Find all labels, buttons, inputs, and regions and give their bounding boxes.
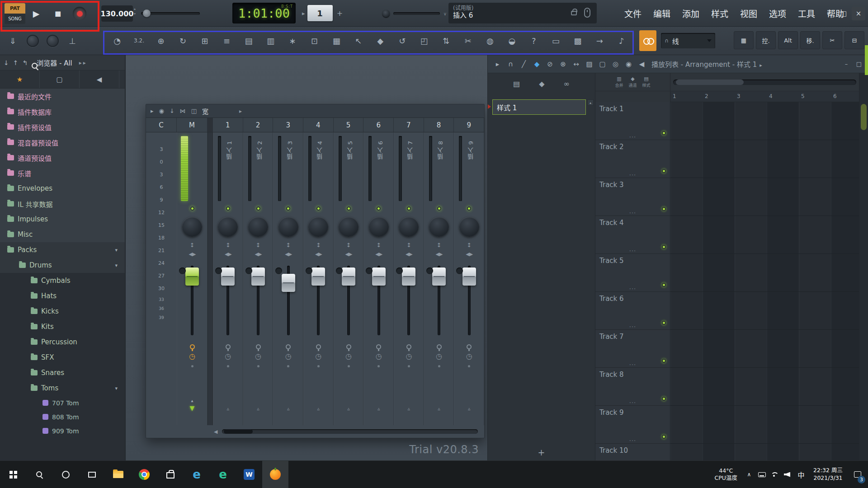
stereo-separation-icon[interactable]: ↕ xyxy=(256,241,261,249)
fl-studio-button[interactable] xyxy=(262,461,288,488)
track-lane[interactable] xyxy=(670,254,859,292)
menu-编辑[interactable]: 编辑 xyxy=(647,7,676,19)
fader-cap[interactable] xyxy=(282,274,295,292)
browser-item-IL 共享数据[interactable]: IL 共享数据 xyxy=(0,196,125,211)
ctrl-button[interactable]: 控. xyxy=(756,31,776,49)
menu-文件[interactable]: 文件 xyxy=(618,7,647,19)
mixer-channel-strip[interactable]: 插入 5↕◀▶◷▵ xyxy=(334,132,364,425)
channel-header-3[interactable]: 3 xyxy=(273,118,303,132)
mute-lamp-icon[interactable] xyxy=(376,344,381,349)
mute-lamp-icon[interactable] xyxy=(316,344,321,349)
stereo-separation-icon[interactable]: ↕ xyxy=(376,241,381,249)
mute-lamp-icon[interactable] xyxy=(256,344,261,349)
back-icon[interactable]: ↰ xyxy=(22,59,28,66)
browser-title[interactable]: 浏览器 - All xyxy=(37,58,72,67)
slide-tool-icon[interactable]: ╱ xyxy=(518,58,530,70)
track-options[interactable]: ... xyxy=(595,246,670,253)
pan-knob[interactable] xyxy=(218,217,238,237)
fader-cap[interactable] xyxy=(462,267,476,286)
notification-center-button[interactable]: 3 xyxy=(847,461,868,488)
volume-fader[interactable] xyxy=(454,264,484,341)
channel-header-7[interactable]: 7 xyxy=(394,118,424,132)
stereo-knob[interactable] xyxy=(275,267,282,274)
browser-item-SFX[interactable]: SFX xyxy=(0,350,125,365)
chevron-down-icon[interactable]: ▾ xyxy=(115,247,118,253)
menu-工具[interactable]: 工具 xyxy=(792,7,821,19)
playlist-minimize-button[interactable]: – xyxy=(841,59,852,69)
dock-control[interactable]: ▴▼ xyxy=(190,398,195,412)
blend-record-icon[interactable]: ⊕ xyxy=(151,30,170,52)
track-options[interactable]: ... xyxy=(595,132,670,139)
pattern-number[interactable]: 1 xyxy=(307,5,333,21)
chevron-down-icon[interactable]: ▾ xyxy=(115,385,118,391)
volume-fader[interactable] xyxy=(424,264,454,341)
mute-tool-icon[interactable]: ⊗ xyxy=(557,58,569,70)
playlist-title[interactable]: 播放列表 - Arrangement - 样式 1▸ xyxy=(651,59,762,69)
mute-lamp-icon[interactable] xyxy=(226,344,231,349)
fader-cap[interactable] xyxy=(185,267,199,286)
browser-item-Percussion[interactable]: Percussion xyxy=(0,334,125,350)
metronome-icon[interactable]: ◔ xyxy=(108,30,127,52)
channel-header-4[interactable]: 4 xyxy=(303,118,334,132)
search-button[interactable] xyxy=(26,461,52,488)
stereo-separation-icon[interactable]: ↕ xyxy=(406,241,411,249)
select-tool-icon[interactable]: ▢ xyxy=(596,58,609,70)
main-volume-knob[interactable] xyxy=(23,30,42,52)
length-slider[interactable]: ∨ xyxy=(382,8,447,19)
mute-lamp-icon[interactable] xyxy=(406,344,411,349)
track-options[interactable]: ... xyxy=(595,208,670,215)
browser-item-Misc[interactable]: Misc xyxy=(0,227,125,242)
pan-knob[interactable] xyxy=(339,217,359,237)
pan-knob[interactable] xyxy=(399,217,419,237)
track-header[interactable]: Track 5... xyxy=(595,254,670,292)
track-header[interactable]: Track 10... xyxy=(595,444,670,460)
mixer-width-label[interactable]: 宽 xyxy=(202,107,208,116)
monitor-icon[interactable]: ⊥ xyxy=(62,30,82,52)
fader-cap[interactable] xyxy=(221,267,235,286)
record-audio-icon[interactable]: ◍ xyxy=(481,30,500,52)
channel-enable-led[interactable] xyxy=(437,206,441,211)
stereo-knob[interactable] xyxy=(306,267,312,274)
stereo-separation-icon[interactable]: ↕ xyxy=(346,241,351,249)
browser-item-Kits[interactable]: Kits xyxy=(0,319,125,334)
select-dot[interactable] xyxy=(438,365,440,367)
copy-icon[interactable]: ⊡ xyxy=(305,30,324,52)
fader-cap[interactable] xyxy=(402,267,415,286)
mixer-channel-strip[interactable]: 插入 6↕◀▶◷▵ xyxy=(363,132,394,425)
delay-clock-icon[interactable]: ◷ xyxy=(255,352,261,361)
track-options[interactable]: ... xyxy=(595,436,670,442)
delay-clock-icon[interactable]: ◷ xyxy=(436,352,442,361)
mixer-channel-strip[interactable]: 插入 2↕◀▶◷▵ xyxy=(243,132,274,425)
browser-item-Kicks[interactable]: Kicks xyxy=(0,304,125,319)
loop-record-icon[interactable]: ↻ xyxy=(174,30,193,52)
current-channel-header[interactable]: C xyxy=(146,118,177,132)
delay-clock-icon[interactable]: ◷ xyxy=(376,352,382,361)
track-lane[interactable] xyxy=(670,292,859,330)
pan-knob[interactable] xyxy=(182,217,202,237)
paint-tool-icon[interactable]: ◆ xyxy=(531,58,543,70)
select-dot[interactable] xyxy=(377,365,380,367)
chevron-down-icon[interactable]: ▾ xyxy=(115,263,118,268)
track-lane[interactable] xyxy=(670,444,859,460)
delay-clock-icon[interactable]: ◷ xyxy=(345,352,352,361)
edge-button[interactable]: e xyxy=(184,461,210,488)
track-enable-led[interactable] xyxy=(662,359,666,363)
delay-clock-icon[interactable]: ◷ xyxy=(189,352,195,361)
pan-knob[interactable] xyxy=(248,217,268,237)
channel-rack-icon[interactable]: ▤ xyxy=(239,30,258,52)
collapse-all-icon[interactable]: ↓ xyxy=(4,59,9,66)
browser-forward-icons[interactable]: ▸▸ xyxy=(79,60,87,66)
step-edit-icon[interactable]: ⊞ xyxy=(195,30,214,52)
dock-control[interactable]: ▵ xyxy=(227,406,230,412)
track-enable-led[interactable] xyxy=(662,283,666,287)
tempo-display[interactable]: 130.000 xyxy=(101,5,133,22)
pan-knob[interactable] xyxy=(429,217,449,237)
browser-item-Snares[interactable]: Snares xyxy=(0,365,125,380)
stereo-separation-icon[interactable]: ↕ xyxy=(467,241,472,249)
network-icon[interactable] xyxy=(768,472,781,478)
browser-item-通道预设值[interactable]: 通道预设值 xyxy=(0,150,125,165)
scroll-left-icon[interactable]: ◀ xyxy=(214,429,217,435)
playlist-vscrollbar[interactable] xyxy=(859,102,868,460)
channel-enable-led[interactable] xyxy=(377,206,381,211)
channels-tab[interactable]: ◆通道 xyxy=(628,76,637,88)
